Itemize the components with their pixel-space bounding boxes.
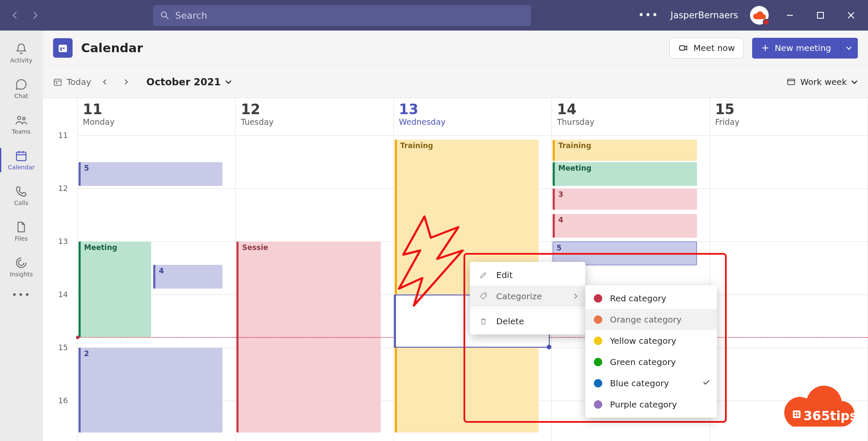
event-4[interactable]: 4 — [153, 265, 222, 289]
rail-teams[interactable]: Teams — [0, 107, 42, 142]
window-minimize-button[interactable] — [781, 6, 799, 25]
category-option-purple[interactable]: Purple category — [585, 394, 717, 415]
category-option-red[interactable]: Red category — [585, 288, 717, 309]
day-column-friday[interactable]: 15 Friday — [710, 98, 868, 441]
more-button[interactable]: ••• — [638, 9, 658, 21]
category-label: Purple category — [610, 399, 677, 410]
day-column-monday[interactable]: 11 Monday 5 Meeting 4 2 — [78, 98, 236, 441]
event-title: 5 — [556, 244, 562, 252]
category-option-yellow[interactable]: Yellow category — [585, 330, 717, 351]
new-meeting-button[interactable]: New meeting — [752, 38, 840, 59]
month-picker[interactable]: October 2021 — [146, 76, 232, 87]
event-2[interactable]: 2 — [79, 348, 222, 433]
event-title: Training — [400, 141, 433, 150]
svg-point-6 — [17, 116, 21, 120]
event-title: Sessie — [242, 243, 268, 252]
rail-label: Calendar — [8, 164, 35, 171]
phone-icon — [15, 185, 28, 198]
event-meeting[interactable]: Meeting — [553, 162, 697, 186]
svg-rect-14 — [63, 48, 65, 49]
day-number: 11 — [83, 102, 235, 117]
svg-rect-13 — [60, 48, 62, 49]
event-title: 3 — [558, 190, 563, 199]
context-menu-delete[interactable]: Delete — [470, 311, 585, 332]
day-column-tuesday[interactable]: 12 Tuesday Sessie — [236, 98, 393, 441]
day-number: 15 — [715, 102, 868, 117]
svg-rect-15 — [60, 49, 62, 51]
view-label: Work week — [800, 77, 847, 87]
event-4[interactable]: 4 — [553, 214, 697, 238]
view-picker[interactable]: Work week — [787, 77, 858, 87]
rail-calls[interactable]: Calls — [0, 178, 42, 213]
context-menu-edit[interactable]: Edit — [470, 264, 585, 286]
chevron-down-icon — [846, 45, 852, 51]
category-option-blue[interactable]: Blue category — [585, 373, 717, 394]
search-input[interactable] — [174, 10, 524, 21]
time-gutter: 11 12 13 14 15 16 — [43, 98, 78, 441]
presence-badge — [763, 19, 770, 25]
category-color-dot — [594, 315, 602, 324]
rail-calendar[interactable]: Calendar — [0, 143, 42, 177]
category-label: Orange category — [610, 315, 682, 325]
category-option-green[interactable]: Green category — [585, 351, 717, 373]
event-3[interactable]: 3 — [553, 188, 697, 210]
context-menu-label: Edit — [496, 270, 513, 280]
event-meeting[interactable]: Meeting — [79, 242, 151, 337]
rail-files[interactable]: Files — [0, 214, 42, 249]
next-week-button[interactable] — [118, 74, 134, 90]
event-training[interactable]: Training — [553, 140, 697, 161]
prev-week-button[interactable] — [97, 74, 112, 90]
rail-insights[interactable]: Insights — [0, 250, 42, 284]
rail-more[interactable]: ••• — [12, 289, 31, 300]
event-5[interactable]: 5 — [79, 162, 222, 186]
context-menu-categorize[interactable]: Categorize — [470, 286, 585, 307]
file-icon — [15, 221, 28, 233]
search-box[interactable] — [153, 5, 531, 26]
svg-point-0 — [161, 12, 166, 17]
nav-back-button[interactable] — [8, 9, 21, 22]
new-meeting-dropdown[interactable] — [840, 38, 858, 59]
rail-label: Calls — [14, 199, 28, 206]
resize-handle-bottom[interactable] — [547, 345, 551, 349]
today-button[interactable]: Today — [53, 77, 91, 87]
plus-icon — [761, 44, 770, 52]
svg-point-7 — [22, 117, 25, 120]
svg-point-24 — [484, 295, 485, 295]
rail-label: Teams — [12, 128, 31, 135]
hour-label: 15 — [43, 343, 77, 396]
chevron-left-icon — [102, 79, 108, 85]
svg-rect-16 — [680, 46, 685, 50]
meet-now-label: Meet now — [694, 43, 735, 53]
day-number: 13 — [399, 102, 551, 117]
rail-chat[interactable]: Chat — [0, 71, 42, 106]
category-option-orange[interactable]: Orange category — [585, 309, 717, 330]
category-label: Blue category — [610, 378, 669, 388]
avatar[interactable] — [750, 6, 769, 25]
chevron-down-icon — [225, 79, 232, 85]
video-icon — [678, 43, 688, 53]
bell-icon — [15, 42, 28, 55]
event-sessie[interactable]: Sessie — [236, 242, 380, 433]
window-close-button[interactable] — [842, 6, 860, 25]
day-name: Thursday — [557, 117, 709, 126]
calendar-toolbar: Today October 2021 Work week — [43, 66, 868, 98]
nav-forward-button[interactable] — [29, 9, 42, 22]
calendar-grid: 11 12 13 14 15 16 11 Monday — [43, 98, 868, 441]
titlebar: ••• JasperBernaers — [0, 0, 868, 31]
rail-activity[interactable]: Activity — [0, 36, 42, 70]
window-maximize-button[interactable] — [811, 6, 830, 25]
meet-now-button[interactable]: Meet now — [669, 38, 744, 59]
day-name: Tuesday — [241, 117, 393, 126]
hour-label: 12 — [43, 184, 77, 237]
event-title: 5 — [84, 164, 89, 172]
new-meeting-label: New meeting — [775, 43, 831, 53]
page-header: Calendar Meet now New meeting — [43, 31, 868, 66]
category-label: Red category — [610, 293, 666, 303]
event-title: Meeting — [84, 243, 117, 252]
context-menu-label: Delete — [496, 316, 524, 326]
chat-icon — [15, 78, 28, 91]
category-submenu: Red category Orange category Yellow cate… — [585, 285, 717, 418]
category-color-dot — [594, 379, 602, 388]
context-menu-label: Categorize — [496, 291, 542, 301]
chevron-right-icon — [123, 79, 129, 85]
